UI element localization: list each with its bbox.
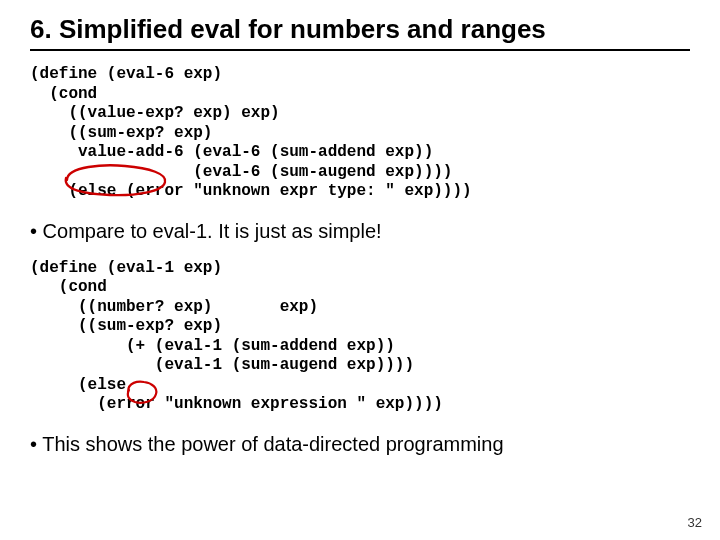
bullet-power: This shows the power of data-directed pr… <box>30 433 690 456</box>
bullet-compare: Compare to eval-1. It is just as simple! <box>30 220 690 243</box>
title-underline <box>30 49 690 51</box>
code-block-eval-6: (define (eval-6 exp) (cond ((value-exp? … <box>30 65 690 202</box>
code-block-eval-1: (define (eval-1 exp) (cond ((number? exp… <box>30 259 690 415</box>
slide: 6. Simplified eval for numbers and range… <box>0 0 720 540</box>
slide-title: 6. Simplified eval for numbers and range… <box>30 14 690 45</box>
page-number: 32 <box>688 515 702 530</box>
